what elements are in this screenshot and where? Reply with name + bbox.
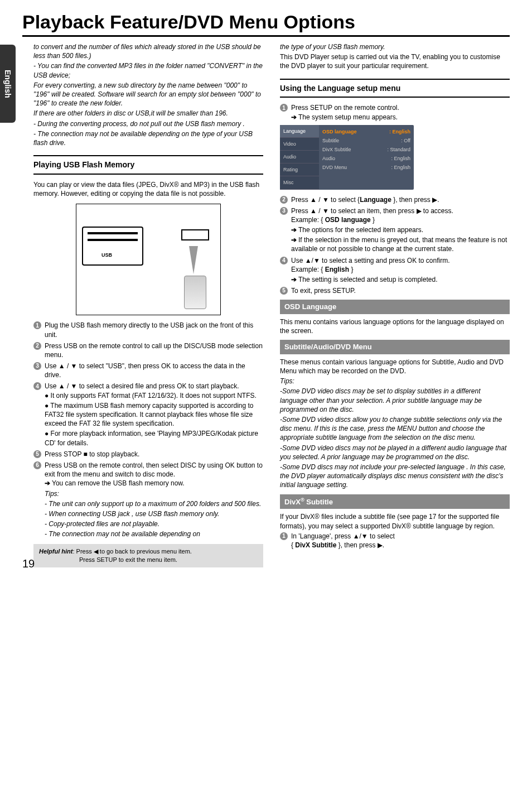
sub-heading: DivX® Subtitle — [280, 494, 510, 509]
menu-tab: Audio — [280, 151, 319, 163]
tip-text: -Some DVD video discs allow you to chang… — [280, 415, 510, 442]
step-number-icon: 5 — [33, 450, 41, 458]
body-text: If your DivX® files include a subtitle f… — [280, 512, 510, 530]
step-text: Use ▲ / ▼ to select "USB", then press OK… — [45, 362, 245, 379]
step-number-icon: 3 — [33, 362, 41, 370]
menu-row: Subtitle: Off — [322, 136, 410, 145]
step-text: Use ▲/▼ to select a setting and press OK… — [291, 257, 450, 264]
page-title: Playback Feature/DVD Menu Options — [22, 11, 510, 37]
step-number-icon: 5 — [280, 287, 288, 295]
arrow-note: If the selection in the menu is greyed o… — [291, 235, 510, 253]
intro-text: For every converting, a new sub director… — [33, 81, 263, 108]
step-number-icon: 4 — [280, 257, 288, 264]
step-item: 2Press USB on the remote control to call… — [33, 341, 263, 359]
menu-tab: Language — [280, 125, 319, 138]
menu-tab: Rating — [280, 163, 319, 176]
arrow-down-icon — [189, 246, 198, 274]
intro-text: - The connection may not be available de… — [33, 129, 263, 147]
tips-label: Tips: — [280, 377, 510, 386]
section-intro: You can play or view the data files (JPE… — [33, 180, 263, 198]
menu-left-tabs: Language Video Audio Rating Misc — [280, 125, 319, 190]
step-item: 4Use ▲/▼ to select a setting and press O… — [280, 256, 510, 285]
tip-text: -Some DVD video discs may be set to disp… — [280, 387, 510, 414]
step-item: 5To exit, press SETUP. — [280, 286, 510, 295]
arrow-note: The setting is selected and setup is com… — [291, 275, 510, 284]
left-column: to convert and the number of files which… — [33, 42, 263, 567]
menu-row: DivX Subtitle: Standard — [322, 145, 410, 154]
tip-text: - The connection may not be available de… — [45, 530, 263, 538]
step-text: Press USB on the remote control, then se… — [45, 461, 263, 478]
menu-row: DVD Menu: English — [322, 163, 410, 172]
tip-text: - Copy-protected files are not playable. — [45, 519, 263, 528]
step-text: Plug the USB flash memory directly to th… — [45, 321, 253, 338]
step-number-icon: 1 — [280, 532, 288, 540]
intro-text: - During the converting process, do not … — [33, 119, 263, 128]
usb-label: USB — [101, 252, 112, 258]
menu-tab: Video — [280, 138, 319, 151]
step-text: Use ▲ / ▼ to select a desired file and p… — [45, 382, 239, 390]
example-text: Example: { OSD language } — [291, 215, 510, 224]
arrow-note: The system setup menu appears. — [291, 113, 510, 122]
hint-label: Helpful hint — [39, 548, 73, 555]
step-item: 1Plug the USB flash memory directly to t… — [33, 321, 263, 339]
right-column: the type of your USB flash memory. This … — [280, 42, 510, 567]
hint-text: Press SETUP to exit the menu item. — [79, 556, 177, 564]
osd-menu-screenshot: Language Video Audio Rating Misc OSD lan… — [280, 125, 414, 190]
step-number-icon: 1 — [33, 321, 41, 329]
intro-text: - You can find the converted MP3 files i… — [33, 61, 263, 79]
step-text: Press SETUP on the remote control. — [291, 104, 399, 112]
step-item: 1Press SETUP on the remote control. The … — [280, 103, 510, 121]
step-item: 2Press ▲ / ▼ to select {Language }, then… — [280, 195, 510, 204]
tips-label: Tips: — [45, 489, 263, 498]
step-text: To exit, press SETUP. — [291, 287, 356, 295]
arrow-note: The options for the selected item appear… — [291, 225, 510, 234]
arrow-note: You can remove the USB flash memory now. — [45, 479, 263, 488]
step-number-icon: 4 — [33, 382, 41, 390]
language-tab: English — [0, 45, 16, 123]
cont-text: the type of your USB flash memory. — [280, 42, 510, 51]
body-text: This menu contains various language opti… — [280, 317, 510, 335]
section-heading: Using the Language setup menu — [280, 79, 510, 98]
step-text: Press ▲ / ▼ to select an item, then pres… — [291, 207, 453, 215]
usb-diagram: USB — [76, 204, 221, 315]
step-item: 1 In 'Language', press ▲/▼ to select { D… — [280, 532, 510, 550]
step-text: { DivX Subtitle }, then press ▶. — [291, 541, 510, 550]
sub-heading: OSD Language — [280, 300, 510, 314]
step-number-icon: 1 — [280, 104, 288, 112]
step-item: 4Use ▲ / ▼ to select a desired file and … — [33, 382, 263, 447]
intro-text: If there are other folders in disc or US… — [33, 109, 263, 118]
bullet-text: ● The maximum USB flash memory capacity … — [45, 401, 263, 429]
step-text: Press USB on the remote control to call … — [45, 342, 263, 359]
menu-row: OSD language: English — [322, 127, 410, 136]
helpful-hint-box: Helpful hint: Press ◀ to go back to prev… — [33, 544, 263, 567]
menu-tab: Misc — [280, 176, 319, 189]
body-text: These menus contain various language opt… — [280, 358, 510, 376]
intro-text: to convert and the number of files which… — [33, 42, 263, 60]
usb-drive-icon — [184, 276, 206, 309]
example-text: Example: { English } — [291, 265, 510, 274]
sub-heading: Subtitle/Audio/DVD Menu — [280, 340, 510, 354]
step-item: 5Press STOP ■ to stop playback. — [33, 450, 263, 459]
page-number: 19 — [22, 557, 35, 570]
tip-text: -Some DVD discs may not include your pre… — [280, 463, 510, 490]
dvd-player-icon — [82, 227, 143, 266]
step-text: Press STOP ■ to stop playback. — [45, 450, 139, 458]
step-number-icon: 6 — [33, 461, 41, 469]
intro-text: This DVD Player setup is carried out via… — [280, 52, 510, 70]
step-number-icon: 2 — [33, 342, 41, 350]
section-heading: Playing USB Flash Memory — [33, 155, 263, 175]
step-item: 3Use ▲ / ▼ to select "USB", then press O… — [33, 362, 263, 379]
step-item: 6Press USB on the remote control, then s… — [33, 461, 263, 539]
tip-text: - When connecting USB jack , use USB fla… — [45, 509, 263, 518]
hint-text: : Press ◀ to go back to previous menu it… — [73, 548, 192, 555]
bullet-text: ● For more playback information, see 'Pl… — [45, 429, 263, 447]
tip-text: - The unit can only support up to a maxi… — [45, 499, 263, 508]
step-text: Press ▲ / ▼ to select {Language }, then … — [291, 196, 439, 204]
menu-row: Audio: English — [322, 154, 410, 163]
step-item: 3Press ▲ / ▼ to select an item, then pre… — [280, 206, 510, 254]
step-text: In 'Language', press ▲/▼ to select — [291, 532, 395, 540]
step-number-icon: 2 — [280, 196, 288, 204]
step-number-icon: 3 — [280, 207, 288, 215]
usb-port-icon — [181, 229, 209, 240]
tip-text: -Some DVD video discs may not be played … — [280, 444, 510, 461]
